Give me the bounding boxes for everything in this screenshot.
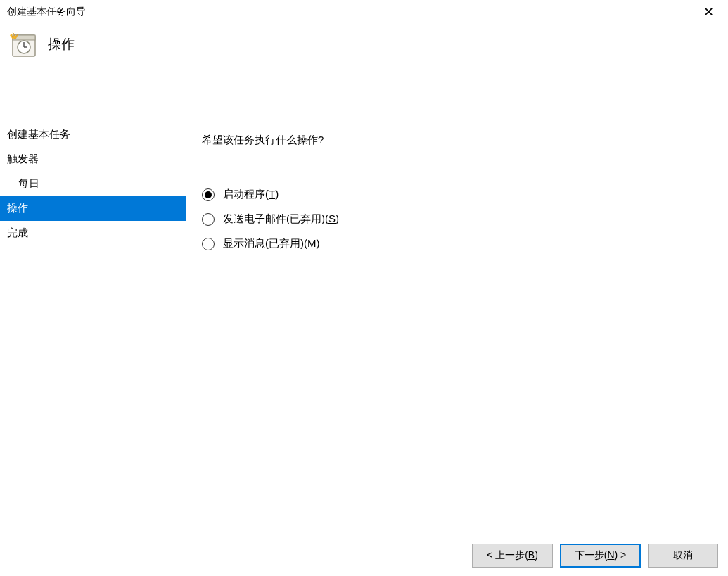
sidebar-item-trigger[interactable]: 触发器 [0,147,186,172]
radio-show-message[interactable]: 显示消息(已弃用)(M) [202,237,714,250]
radio-send-email[interactable]: 发送电子邮件(已弃用)(S) [202,212,714,226]
sidebar-item-finish[interactable]: 完成 [0,221,186,245]
back-button[interactable]: < 上一步(B) [472,544,553,568]
sidebar-item-daily[interactable]: 每日 [0,172,186,196]
radio-start-program[interactable]: 启动程序(T) [202,188,714,201]
page-title: 操作 [48,35,75,53]
titlebar: 创建基本任务向导 ✕ [0,0,728,25]
radio-icon [202,213,215,226]
sidebar-item-action[interactable]: 操作 [0,196,186,221]
radio-icon [202,238,215,250]
main-area: 创建基本任务 触发器 每日 操作 完成 希望该任务执行什么操作? 启动程序(T)… [0,113,728,534]
radio-label: 启动程序(T) [223,188,279,201]
action-radio-group: 启动程序(T) 发送电子邮件(已弃用)(S) 显示消息(已弃用)(M) [202,188,714,250]
content-panel: 希望该任务执行什么操作? 启动程序(T) 发送电子邮件(已弃用)(S) 显示消息… [186,113,728,534]
wizard-header: 操作 [0,25,728,70]
close-icon[interactable]: ✕ [699,6,718,18]
wizard-icon [8,30,38,59]
window-title: 创建基本任务向导 [7,6,86,18]
radio-label: 显示消息(已弃用)(M) [223,237,320,250]
radio-label: 发送电子邮件(已弃用)(S) [223,212,339,226]
cancel-button[interactable]: 取消 [648,544,718,568]
wizard-footer: < 上一步(B) 下一步(N) > 取消 [472,544,718,568]
sidebar-item-create-basic-task[interactable]: 创建基本任务 [0,122,186,147]
action-question: 希望该任务执行什么操作? [202,134,714,147]
wizard-sidebar: 创建基本任务 触发器 每日 操作 完成 [0,113,186,534]
radio-icon [202,188,215,201]
next-button[interactable]: 下一步(N) > [560,544,641,568]
